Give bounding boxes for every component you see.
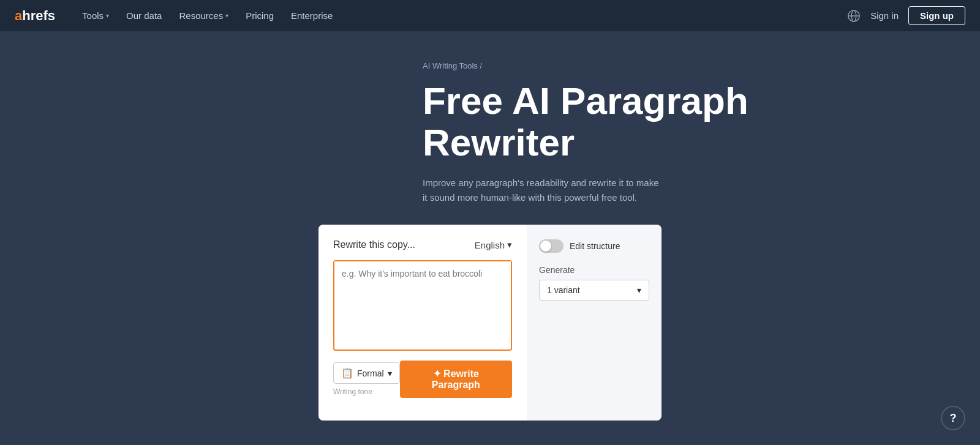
nav-right: Sign in Sign up	[847, 6, 965, 25]
nav-resources[interactable]: Resources ▾	[172, 7, 236, 24]
tone-label: Formal	[357, 368, 384, 378]
sign-up-button[interactable]: Sign up	[908, 6, 965, 25]
chevron-down-icon-tone: ▾	[388, 368, 392, 378]
generate-label: Generate	[539, 265, 649, 275]
hero-description: Improve any paragraph's readability and …	[423, 176, 662, 205]
nav-our-data[interactable]: Our data	[119, 7, 169, 24]
chevron-down-icon: ▾	[106, 12, 109, 19]
nav-links: Tools ▾ Our data Resources ▾ Pricing Ent…	[75, 7, 847, 24]
nav-tools[interactable]: Tools ▾	[75, 7, 116, 24]
logo-a: a	[15, 8, 22, 23]
tool-footer: 📋 Formal ▾ Writing tone ✦ Rewrite Paragr…	[333, 361, 512, 398]
nav-resources-label: Resources	[179, 10, 223, 21]
edit-structure-label: Edit structure	[570, 241, 620, 251]
tone-wrapper: 📋 Formal ▾ Writing tone	[333, 362, 400, 396]
language-selector[interactable]: English ▾	[475, 239, 512, 250]
logo-text: ahrefs	[15, 8, 55, 24]
nav-pricing[interactable]: Pricing	[238, 7, 281, 24]
logo-rest: hrefs	[22, 8, 55, 23]
chevron-down-icon-lang: ▾	[507, 239, 512, 250]
rewrite-paragraph-button[interactable]: ✦ Rewrite Paragraph	[400, 361, 512, 398]
chevron-down-icon-variant: ▾	[637, 285, 641, 295]
globe-icon[interactable]	[847, 9, 861, 23]
nav-enterprise[interactable]: Enterprise	[284, 7, 340, 24]
variant-select[interactable]: 1 variant ▾	[539, 280, 649, 301]
nav-enterprise-label: Enterprise	[291, 10, 333, 21]
help-button[interactable]: ?	[941, 406, 965, 430]
help-label: ?	[950, 412, 957, 425]
rewrite-input[interactable]	[334, 261, 511, 347]
toggle-knob	[540, 241, 551, 252]
variant-value: 1 variant	[547, 285, 580, 295]
tool-sidebar: Edit structure Generate 1 variant ▾	[527, 225, 662, 421]
chevron-down-icon-2: ▾	[225, 12, 228, 19]
nav-our-data-label: Our data	[126, 10, 162, 21]
tool-header: Rewrite this copy... English ▾	[333, 239, 512, 250]
tool-card: Rewrite this copy... English ▾ 📋 Formal	[318, 225, 662, 421]
page-title: Free AI Paragraph Rewriter	[423, 80, 766, 163]
tone-icon: 📋	[341, 367, 353, 379]
edit-structure-row: Edit structure	[539, 239, 649, 253]
navigation: ahrefs Tools ▾ Our data Resources ▾ Pric…	[0, 0, 980, 32]
logo[interactable]: ahrefs	[15, 8, 55, 24]
hero-section: AI Writing Tools / Free AI Paragraph Rew…	[214, 32, 766, 205]
tool-main: Rewrite this copy... English ▾ 📋 Formal	[318, 225, 527, 421]
textarea-wrapper	[333, 260, 512, 351]
language-value: English	[475, 240, 505, 250]
tool-container: Rewrite this copy... English ▾ 📋 Formal	[123, 225, 858, 421]
sign-in-link[interactable]: Sign in	[870, 10, 899, 21]
input-label: Rewrite this copy...	[333, 239, 415, 250]
nav-tools-label: Tools	[82, 10, 104, 21]
writing-tone-label: Writing tone	[333, 387, 400, 396]
breadcrumb: AI Writing Tools /	[423, 61, 766, 70]
tone-button[interactable]: 📋 Formal ▾	[333, 362, 400, 384]
edit-structure-toggle[interactable]	[539, 239, 564, 253]
rewrite-button-label: ✦ Rewrite Paragraph	[417, 368, 495, 391]
generate-section: Generate 1 variant ▾	[539, 265, 649, 301]
nav-pricing-label: Pricing	[246, 10, 274, 21]
